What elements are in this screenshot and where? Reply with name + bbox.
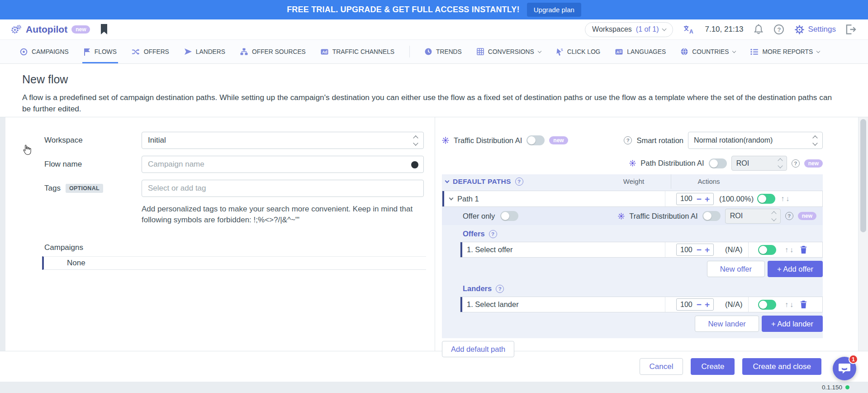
path-traffic-ai-help-icon[interactable]: ? — [785, 212, 793, 220]
weight-minus-button[interactable]: − — [697, 300, 702, 309]
scrollbar-thumb[interactable] — [860, 119, 866, 232]
path-weight-actions: 100 − + (100.00%) ↑ ↓ — [665, 191, 822, 206]
collapse-chevron-icon — [449, 196, 454, 200]
smart-rotation-select[interactable]: Normal rotation(random) — [688, 132, 823, 149]
nav-item-offer-sources[interactable]: OFFER SOURCES — [240, 40, 306, 63]
lander-weight-input[interactable]: 100 − + — [676, 298, 714, 311]
nav-item-languages[interactable]: A LANGUAGES — [615, 40, 666, 63]
traffic-ai-label: Traffic Distribution AI — [454, 136, 522, 145]
select-chevrons-icon — [414, 136, 417, 145]
path-ai-metric-select[interactable]: ROI — [731, 156, 787, 171]
path-enabled-toggle[interactable] — [757, 194, 775, 204]
trends-clock-icon — [425, 48, 432, 55]
delete-trash-icon[interactable] — [800, 246, 807, 254]
move-up-icon[interactable]: ↑ — [781, 195, 784, 203]
translate-icon[interactable]: A — [683, 24, 695, 34]
create-button[interactable]: Create — [691, 358, 735, 375]
add-default-path-button[interactable]: Add default path — [442, 341, 514, 357]
offer-weight-cell: 100 − + (N/A) — [665, 242, 748, 257]
nav-item-trends[interactable]: TRENDS — [425, 40, 462, 63]
weight-plus-button[interactable]: + — [705, 195, 710, 203]
upgrade-plan-button[interactable]: Upgrade plan — [527, 3, 581, 17]
move-down-icon[interactable]: ↓ — [786, 195, 789, 203]
brand[interactable]: Autopilot new — [11, 24, 90, 35]
offer-enabled-toggle[interactable] — [758, 245, 776, 255]
weight-minus-button[interactable]: − — [697, 245, 702, 254]
delete-trash-icon[interactable] — [800, 301, 807, 308]
new-offer-button[interactable]: New offer — [707, 261, 765, 277]
lander-enabled-toggle[interactable] — [758, 300, 776, 310]
nav-label: CONVERSIONS — [488, 48, 534, 55]
default-paths-title[interactable]: DEFAULT PATHS ? — [446, 177, 523, 186]
path-name: Path 1 — [457, 195, 479, 203]
path-traffic-ai-label: Traffic Distribution AI — [629, 212, 697, 220]
weight-plus-button[interactable]: + — [705, 300, 710, 309]
path-traffic-ai-metric-select[interactable]: ROI — [725, 209, 781, 224]
nav-item-offers[interactable]: OFFERS — [132, 40, 169, 63]
settings-button[interactable]: Settings — [794, 24, 836, 35]
traffic-ai-toggle[interactable] — [526, 135, 545, 145]
path-name-group[interactable]: Path 1 — [442, 195, 665, 203]
select-chevrons-icon — [778, 159, 782, 168]
offer-select[interactable]: 1. Select offer — [460, 245, 665, 254]
path-ai-help-icon[interactable]: ? — [792, 159, 800, 168]
path-traffic-ai-toggle[interactable] — [702, 211, 721, 221]
move-down-icon[interactable]: ↓ — [790, 246, 793, 254]
new-lander-button[interactable]: New lander — [695, 316, 759, 332]
offer-only-toggle[interactable] — [500, 211, 518, 221]
flow-name-input[interactable] — [148, 156, 417, 173]
nav-item-landers[interactable]: LANDERS — [184, 40, 225, 63]
left-gutter — [0, 117, 5, 351]
lander-select[interactable]: 1. Select lander — [460, 300, 665, 309]
offer-only-group: Offer only — [463, 211, 518, 221]
weight-value: 100 — [680, 301, 693, 309]
lander-row: 1. Select lander 100 − + (N/A) — [460, 297, 823, 312]
weight-minus-button[interactable]: − — [697, 195, 702, 203]
create-and-close-button[interactable]: Create and close — [742, 358, 821, 375]
workspaces-selector[interactable]: Workspaces (1 of 1) — [585, 22, 673, 37]
offer-weight-input[interactable]: 100 − + — [676, 244, 714, 256]
landers-help-icon[interactable]: ? — [496, 285, 504, 293]
add-offer-button[interactable]: + Add offer — [768, 261, 823, 277]
nav-item-countries[interactable]: COUNTRIES — [681, 40, 735, 63]
offers-help-icon[interactable]: ? — [489, 230, 497, 238]
nav-item-more-reports[interactable]: MORE REPORTS — [750, 40, 820, 63]
lander-weight-percent: (N/A) — [725, 300, 743, 309]
gears-logo-icon — [11, 24, 22, 34]
nav-item-conversions[interactable]: CONVERSIONS — [477, 40, 541, 63]
svg-text:A: A — [617, 50, 619, 54]
nav-label: TRENDS — [436, 48, 462, 55]
notifications-bell-icon[interactable] — [754, 24, 764, 35]
chevron-down-icon — [816, 49, 820, 53]
nav-item-traffic-channels[interactable]: Ad TRAFFIC CHANNELS — [321, 40, 394, 63]
path-ai-toggle[interactable] — [709, 158, 727, 168]
flow-name-row: Flow name — [44, 156, 435, 173]
move-up-icon[interactable]: ↑ — [785, 301, 788, 309]
bookmark-icon[interactable] — [100, 24, 108, 35]
move-up-icon[interactable]: ↑ — [785, 246, 788, 254]
workspace-select[interactable]: Initial — [142, 132, 424, 149]
path-ai-new-badge: new — [804, 159, 823, 168]
sign-out-icon[interactable] — [846, 24, 856, 34]
tags-input[interactable] — [148, 180, 417, 196]
move-down-icon[interactable]: ↓ — [790, 301, 793, 309]
weight-value: 100 — [680, 246, 693, 254]
default-paths-help-icon[interactable]: ? — [515, 177, 523, 186]
nav-divider — [409, 46, 410, 58]
workspaces-count: (1 of 1) — [636, 25, 659, 34]
cancel-button[interactable]: Cancel — [640, 358, 683, 375]
lander-weight-cell: 100 − + (N/A) — [665, 297, 748, 312]
weight-plus-button[interactable]: + — [705, 245, 710, 254]
nav-item-flows[interactable]: FLOWS — [84, 40, 117, 63]
ai-brain-icon — [629, 160, 636, 167]
nav-item-campaigns[interactable]: CAMPAIGNS — [20, 40, 69, 63]
flow-form: Workspace Initial Flow name Tags — [0, 117, 868, 351]
nav-item-click-log[interactable]: CLICK LOG — [556, 40, 601, 63]
weight-value: 100 — [680, 195, 693, 203]
smart-rotation-label: Smart rotation — [636, 136, 683, 145]
add-lander-button[interactable]: + Add lander — [762, 316, 823, 332]
help-icon[interactable]: ? — [773, 24, 784, 35]
chat-widget-button[interactable]: 1 — [833, 357, 856, 380]
path-weight-input[interactable]: 100 − + — [676, 193, 714, 205]
smart-rotation-help-icon[interactable]: ? — [624, 136, 632, 144]
